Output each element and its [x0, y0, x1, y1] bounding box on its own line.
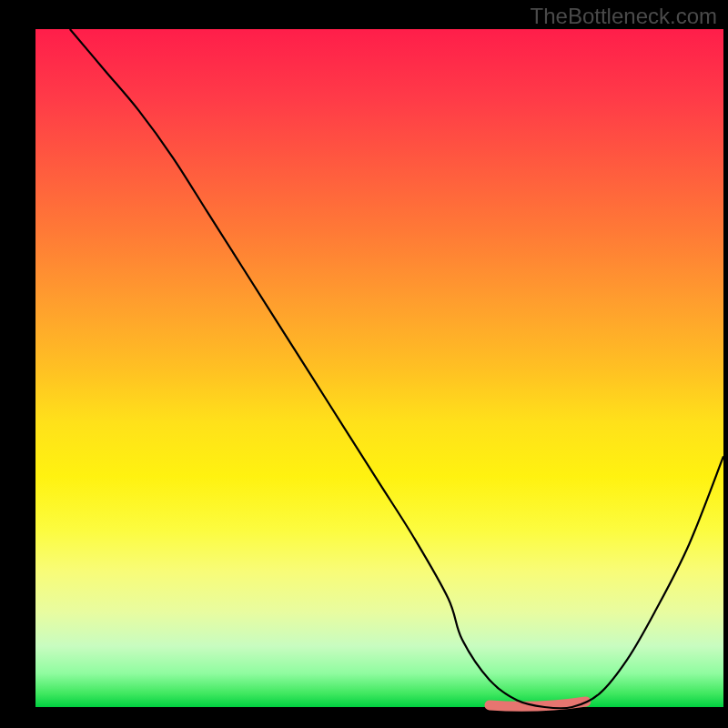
- bottleneck-chart: TheBottleneck.com: [0, 0, 728, 728]
- chart-curves: [0, 0, 728, 728]
- bottleneck-curve-line: [70, 29, 723, 708]
- watermark-text: TheBottleneck.com: [531, 4, 717, 29]
